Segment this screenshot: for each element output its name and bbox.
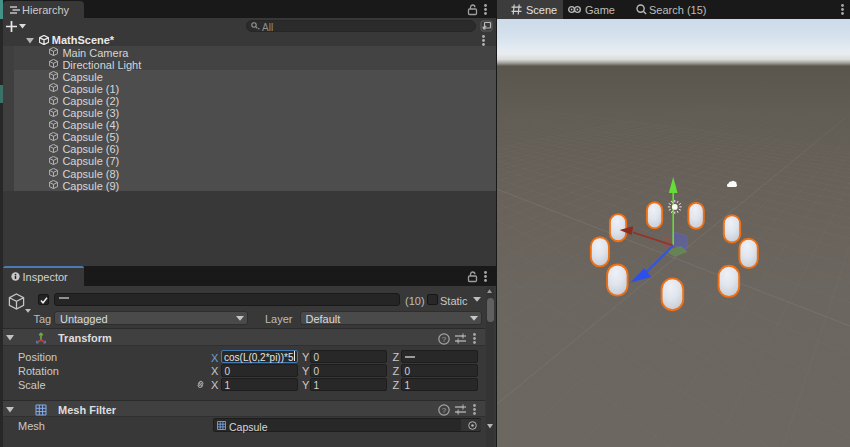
- svg-text:?: ?: [442, 405, 447, 414]
- svg-text:?: ?: [442, 334, 447, 343]
